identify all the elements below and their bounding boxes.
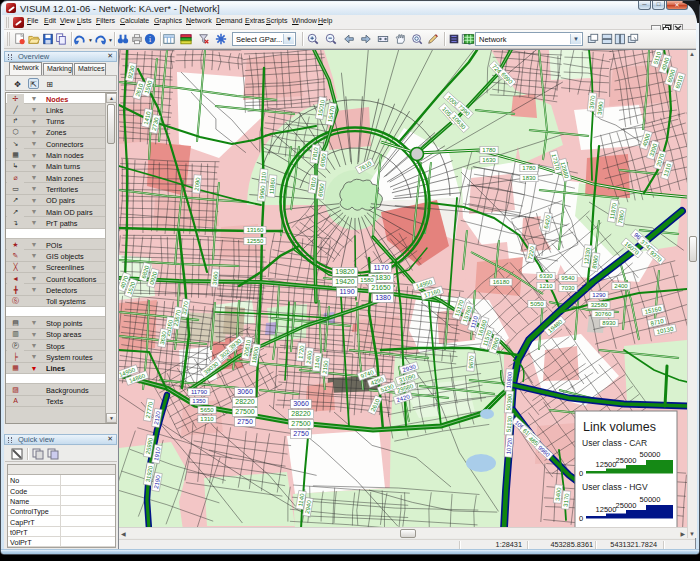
- svg-text:50000: 50000: [640, 450, 661, 459]
- svg-text:8930: 8930: [602, 320, 616, 326]
- svg-text:0: 0: [579, 469, 583, 478]
- svg-text:16180: 16180: [493, 279, 510, 285]
- svg-text:12550: 12550: [247, 238, 264, 244]
- svg-text:5050: 5050: [530, 301, 544, 307]
- svg-text:1630: 1630: [482, 157, 496, 163]
- svg-text:11790: 11790: [191, 389, 208, 395]
- svg-text:50000: 50000: [640, 495, 661, 504]
- svg-text:9540: 9540: [561, 275, 575, 281]
- svg-text:1310: 1310: [200, 416, 214, 422]
- svg-text:5650: 5650: [200, 407, 214, 413]
- svg-text:1580: 1580: [360, 277, 374, 283]
- svg-text:32580: 32580: [591, 302, 608, 308]
- svg-text:28220: 28220: [235, 398, 255, 405]
- svg-text:25000: 25000: [616, 501, 637, 510]
- svg-text:25000: 25000: [616, 456, 637, 465]
- svg-text:1350: 1350: [192, 398, 206, 404]
- svg-text:1190: 1190: [339, 288, 354, 295]
- svg-text:1170: 1170: [373, 264, 388, 271]
- svg-text:0: 0: [579, 514, 583, 523]
- svg-text:3060: 3060: [237, 388, 253, 395]
- svg-text:9670: 9670: [468, 354, 475, 368]
- svg-text:13160: 13160: [247, 227, 264, 233]
- svg-text:12500: 12500: [596, 460, 617, 469]
- svg-text:User class - CAR: User class - CAR: [582, 438, 647, 448]
- svg-text:1290: 1290: [592, 292, 606, 298]
- svg-text:3060: 3060: [293, 400, 309, 407]
- svg-text:User class - HGV: User class - HGV: [582, 482, 648, 492]
- svg-text:i: i: [149, 35, 151, 44]
- svg-text:2750: 2750: [293, 430, 309, 437]
- svg-text:Link volumes: Link volumes: [583, 420, 656, 434]
- svg-text:1830: 1830: [522, 175, 536, 181]
- svg-text:1210: 1210: [539, 283, 553, 289]
- svg-text:2400: 2400: [614, 283, 628, 289]
- svg-text:19420: 19420: [335, 278, 355, 285]
- svg-text:30760: 30760: [595, 311, 612, 317]
- svg-text:27500: 27500: [291, 420, 311, 427]
- svg-text:19820: 19820: [335, 268, 355, 275]
- svg-text:7030: 7030: [561, 285, 575, 291]
- svg-text:2750: 2750: [237, 418, 253, 425]
- svg-text:21650: 21650: [371, 284, 391, 291]
- svg-text:27500: 27500: [235, 408, 255, 415]
- svg-text:12500: 12500: [596, 505, 617, 514]
- svg-text:1780: 1780: [482, 147, 496, 153]
- svg-text:6330: 6330: [539, 273, 553, 279]
- svg-text:28220: 28220: [291, 410, 311, 417]
- svg-text:1780: 1780: [522, 165, 536, 171]
- svg-text:1380: 1380: [375, 294, 391, 301]
